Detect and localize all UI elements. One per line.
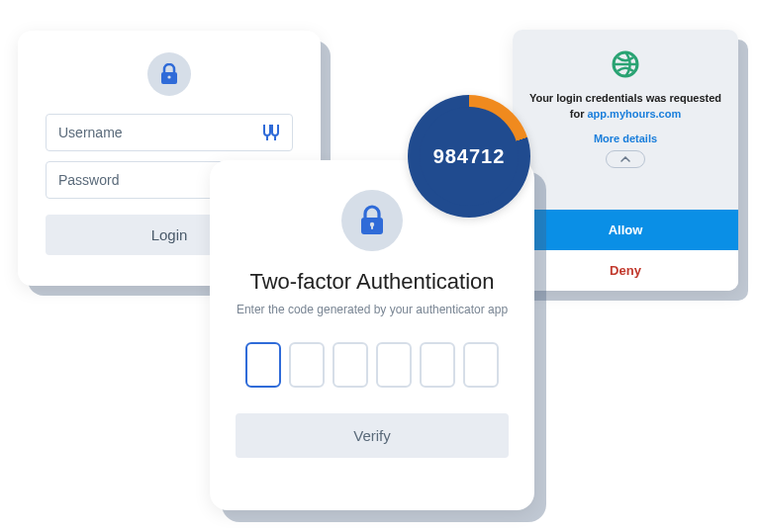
verify-button-label: Verify: [353, 427, 391, 444]
input-decoration-icon: [262, 125, 280, 140]
token-code: 984712: [420, 107, 519, 206]
token-progress-ring: 984712: [408, 95, 530, 218]
username-field[interactable]: Username: [46, 114, 293, 151]
password-placeholder: Password: [58, 172, 119, 188]
code-digit-3[interactable]: [332, 342, 368, 388]
approval-message: Your login credentials was requested for…: [526, 91, 724, 123]
svg-rect-5: [371, 225, 373, 229]
svg-point-1: [167, 75, 170, 78]
code-digit-5[interactable]: [420, 342, 455, 388]
approval-header: Your login credentials was requested for…: [513, 30, 738, 210]
approval-domain-link[interactable]: app.myhours.com: [587, 108, 681, 120]
code-digit-4[interactable]: [376, 342, 412, 388]
approval-card: Your login credentials was requested for…: [513, 30, 738, 291]
verify-button[interactable]: Verify: [236, 413, 509, 458]
chevron-up-icon[interactable]: [606, 150, 645, 168]
code-digit-6[interactable]: [463, 342, 499, 388]
code-digit-2[interactable]: [289, 342, 325, 388]
allow-button-label: Allow: [609, 222, 643, 237]
username-placeholder: Username: [58, 125, 123, 140]
code-digit-1[interactable]: [245, 342, 281, 388]
deny-button[interactable]: Deny: [513, 250, 738, 291]
lock-icon: [341, 190, 403, 251]
more-details-link[interactable]: More details: [594, 133, 657, 144]
lock-icon: [147, 52, 191, 96]
code-input-group: [245, 342, 499, 388]
globe-icon: [609, 47, 642, 81]
allow-button[interactable]: Allow: [513, 210, 738, 250]
deny-button-label: Deny: [610, 263, 641, 278]
login-button-label: Login: [151, 226, 188, 243]
twofactor-subtitle: Enter the code generated by your authent…: [237, 303, 508, 316]
twofactor-title: Two-factor Authentication: [249, 269, 494, 295]
